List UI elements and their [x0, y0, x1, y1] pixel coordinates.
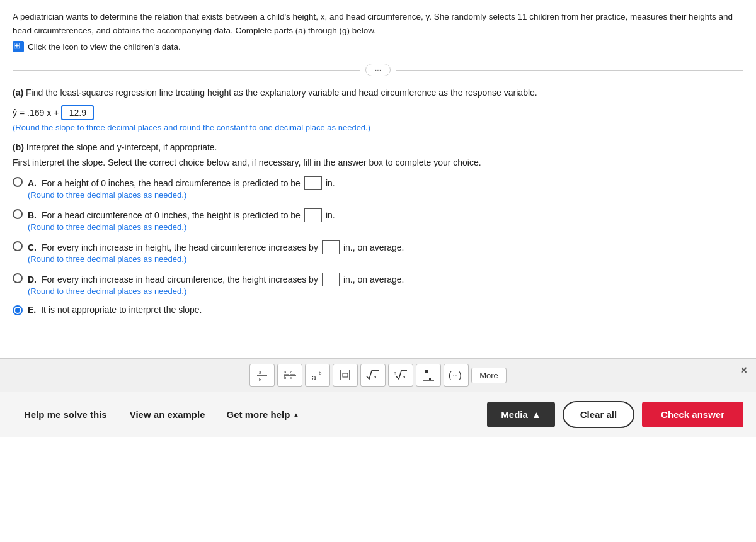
- part-a-label: (a): [13, 88, 23, 98]
- radio-b[interactable]: [13, 209, 23, 219]
- option-b-round-note: (Round to three decimal places as needed…: [28, 222, 335, 232]
- option-e[interactable]: E. It is not appropriate to interpret th…: [13, 305, 743, 315]
- check-answer-button[interactable]: Check answer: [642, 402, 743, 427]
- option-c-text-before: For every inch increase in height, the h…: [42, 242, 318, 252]
- fraction-button[interactable]: a b: [249, 364, 275, 387]
- complex-fraction-button[interactable]: a b c d: [277, 364, 302, 387]
- option-b-content: B. For a head circumference of 0 inches,…: [28, 208, 335, 232]
- part-a-text: Find the least-squares regression line t…: [26, 88, 537, 98]
- media-label: Media: [501, 409, 528, 420]
- option-e-content: E. It is not appropriate to interpret th…: [28, 305, 202, 315]
- option-c[interactable]: C. For every inch increase in height, th…: [13, 240, 743, 264]
- option-c-label: C.: [28, 242, 37, 252]
- divider-line-right: [396, 70, 743, 71]
- part-b-label: (b): [13, 142, 24, 152]
- option-c-content: C. For every inch increase in height, th…: [28, 240, 404, 264]
- radio-e[interactable]: [13, 305, 23, 315]
- part-b-title-text: Interpret the slope and y-intercept, if …: [26, 142, 217, 152]
- option-b-text-before: For a head circumference of 0 inches, th…: [42, 210, 301, 220]
- option-a-text-before: For a height of 0 inches, the head circu…: [42, 178, 301, 188]
- parentheses-button[interactable]: ( . . ): [444, 364, 469, 387]
- y-hat-symbol: ŷ =: [13, 108, 25, 118]
- nth-root-button[interactable]: n a: [388, 364, 413, 387]
- option-d-label: D.: [28, 274, 37, 285]
- superscript-button[interactable]: a b: [305, 364, 330, 387]
- option-d-content: D. For every inch increase in head circu…: [28, 273, 404, 296]
- part-b-title: (b) Interpret the slope and y-intercept,…: [13, 142, 743, 152]
- option-e-text: It is not appropriate to interpret the s…: [41, 305, 202, 315]
- equation-row: ŷ = .169 x + 12.9: [13, 105, 743, 120]
- media-arrow-icon: ▲: [532, 409, 541, 420]
- problem-description: A pediatrician wants to determine the re…: [13, 10, 743, 37]
- radio-group: A. For a height of 0 inches, the head ci…: [13, 176, 743, 315]
- sqrt-button[interactable]: a: [360, 364, 386, 387]
- svg-text:c: c: [290, 370, 292, 374]
- option-b-label: B.: [28, 210, 37, 220]
- option-c-input[interactable]: [322, 240, 340, 254]
- slope-value: .169: [27, 108, 44, 118]
- option-a-line: A. For a height of 0 inches, the head ci…: [28, 176, 335, 190]
- option-d-input[interactable]: [322, 273, 340, 286]
- clear-all-button[interactable]: Clear all: [563, 401, 634, 428]
- option-a-input[interactable]: [304, 176, 322, 190]
- option-e-line: E. It is not appropriate to interpret th…: [28, 305, 202, 315]
- math-toolbar: a b a b c d a b: [0, 358, 756, 392]
- svg-text:a: a: [403, 374, 406, 380]
- svg-text:b: b: [284, 376, 287, 380]
- part-a: (a) Find the least-squares regression li…: [13, 88, 743, 132]
- option-a[interactable]: A. For a height of 0 inches, the head ci…: [13, 176, 743, 200]
- divider-line-left: [13, 70, 360, 71]
- svg-text:): ): [459, 370, 462, 380]
- option-c-round-note: (Round to three decimal places as needed…: [28, 254, 404, 264]
- option-d-text-before: For every inch increase in head circumfe…: [42, 274, 318, 285]
- main-content: A pediatrician wants to determine the re…: [0, 0, 756, 333]
- click-data-row: Click the icon to view the children's da…: [13, 41, 743, 52]
- media-button[interactable]: Media ▲: [487, 402, 554, 427]
- part-b: (b) Interpret the slope and y-intercept,…: [13, 142, 743, 315]
- option-d-text-after: in., on average.: [343, 274, 404, 285]
- divider-dots[interactable]: ···: [365, 64, 391, 76]
- option-e-label: E.: [28, 305, 36, 315]
- radio-d[interactable]: [13, 273, 23, 283]
- svg-rect-14: [343, 373, 348, 377]
- dot-button[interactable]: [416, 364, 441, 387]
- option-a-content: A. For a height of 0 inches, the head ci…: [28, 176, 335, 200]
- click-instruction: Click the icon to view the children's da…: [28, 42, 181, 52]
- close-toolbar-button[interactable]: ×: [740, 364, 747, 377]
- grid-icon[interactable]: [13, 41, 24, 52]
- more-help-button[interactable]: Get more help ▲: [217, 402, 310, 427]
- radio-a[interactable]: [13, 177, 23, 187]
- option-d[interactable]: D. For every inch increase in head circu…: [13, 273, 743, 296]
- svg-rect-20: [425, 370, 428, 373]
- option-b-line: B. For a head circumference of 0 inches,…: [28, 208, 335, 222]
- option-a-text-after: in.: [326, 178, 335, 188]
- more-help-label: Get more help: [227, 409, 290, 420]
- option-d-round-note: (Round to three decimal places as needed…: [28, 286, 404, 296]
- svg-text:a: a: [284, 370, 287, 374]
- svg-text:.: .: [455, 372, 457, 376]
- absolute-value-button[interactable]: [333, 364, 358, 387]
- svg-text:b: b: [259, 378, 261, 382]
- svg-text:b: b: [319, 370, 322, 376]
- option-a-round-note: (Round to three decimal places as needed…: [28, 190, 335, 200]
- part-a-instruction: (a) Find the least-squares regression li…: [13, 88, 743, 98]
- constant-input[interactable]: 12.9: [61, 105, 94, 120]
- svg-text:d: d: [290, 376, 292, 380]
- svg-text:(: (: [449, 370, 452, 380]
- action-bar: Help me solve this View an example Get m…: [0, 392, 756, 437]
- svg-text:.: .: [453, 372, 454, 376]
- more-button[interactable]: More: [471, 368, 507, 383]
- help-solve-button[interactable]: Help me solve this: [13, 402, 118, 427]
- divider: ···: [13, 64, 743, 76]
- svg-rect-22: [429, 378, 431, 380]
- svg-text:a: a: [374, 374, 377, 380]
- option-b-text-after: in.: [326, 210, 335, 220]
- round-note-a: (Round the slope to three decimal places…: [13, 123, 743, 132]
- option-b[interactable]: B. For a head circumference of 0 inches,…: [13, 208, 743, 232]
- view-example-button[interactable]: View an example: [118, 402, 217, 427]
- slope-suffix: x +: [47, 108, 59, 118]
- radio-c[interactable]: [13, 241, 23, 251]
- more-help-arrow-icon: ▲: [292, 411, 299, 419]
- option-a-label: A.: [28, 178, 37, 188]
- option-b-input[interactable]: [304, 208, 322, 222]
